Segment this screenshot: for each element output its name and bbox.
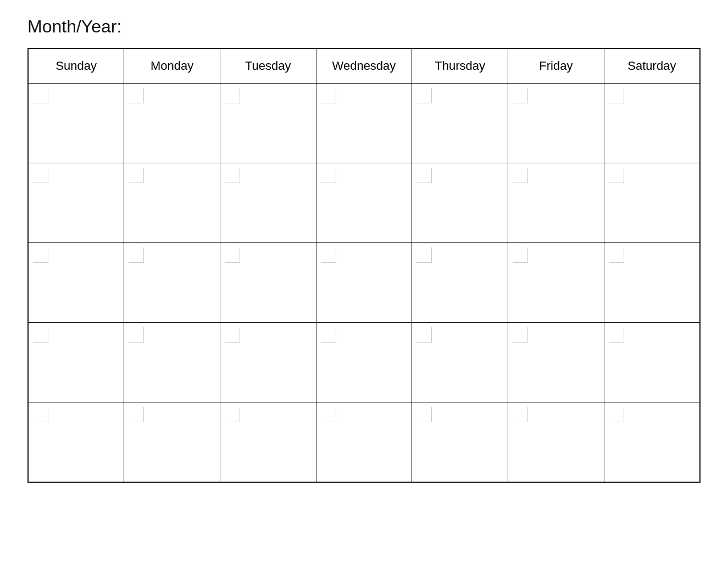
day-number-box [33, 327, 48, 343]
header-thursday: Thursday [412, 48, 508, 84]
day-number-box [609, 327, 624, 343]
calendar-cell-2-2[interactable] [220, 243, 316, 323]
day-number-box [513, 407, 528, 422]
day-number-box [513, 168, 528, 183]
calendar-cell-4-6[interactable] [604, 402, 700, 482]
day-number-box [225, 88, 240, 103]
calendar-cell-1-1[interactable] [124, 163, 220, 243]
calendar-cell-1-4[interactable] [412, 163, 508, 243]
day-number-box [609, 247, 624, 263]
calendar-cell-2-6[interactable] [604, 243, 700, 323]
header-friday: Friday [508, 48, 604, 84]
day-number-box [225, 327, 240, 343]
header-monday: Monday [124, 48, 220, 84]
calendar-row-2 [28, 243, 700, 323]
calendar-cell-2-5[interactable] [508, 243, 604, 323]
calendar-cell-3-0[interactable] [28, 323, 124, 402]
day-number-box [225, 168, 240, 183]
day-number-box [33, 168, 48, 183]
calendar-row-1 [28, 163, 700, 243]
calendar-cell-2-1[interactable] [124, 243, 220, 323]
day-number-box [416, 327, 432, 343]
calendar-cell-1-3[interactable] [316, 163, 412, 243]
day-number-box [33, 247, 48, 263]
day-number-box [321, 168, 336, 183]
day-number-box [129, 247, 144, 263]
calendar-cell-1-5[interactable] [508, 163, 604, 243]
header-wednesday: Wednesday [316, 48, 412, 84]
day-number-box [321, 327, 336, 343]
day-number-box [129, 407, 144, 422]
calendar-header-row: Sunday Monday Tuesday Wednesday Thursday… [28, 48, 700, 84]
calendar-cell-4-5[interactable] [508, 402, 604, 482]
calendar-cell-0-0[interactable] [28, 84, 124, 163]
calendar-cell-0-3[interactable] [316, 84, 412, 163]
calendar-table: Sunday Monday Tuesday Wednesday Thursday… [27, 48, 701, 483]
header-sunday: Sunday [28, 48, 124, 84]
calendar-cell-2-0[interactable] [28, 243, 124, 323]
day-number-box [513, 247, 528, 263]
calendar-cell-0-5[interactable] [508, 84, 604, 163]
calendar-row-4 [28, 402, 700, 482]
day-number-box [416, 247, 432, 263]
day-number-box [129, 88, 144, 103]
calendar-cell-0-4[interactable] [412, 84, 508, 163]
day-number-box [416, 168, 432, 183]
calendar-cell-0-6[interactable] [604, 84, 700, 163]
day-number-box [129, 327, 144, 343]
header-saturday: Saturday [604, 48, 700, 84]
day-number-box [321, 88, 336, 103]
calendar-cell-4-2[interactable] [220, 402, 316, 482]
day-number-box [33, 407, 48, 422]
day-number-box [513, 327, 528, 343]
day-number-box [416, 407, 432, 422]
day-number-box [321, 247, 336, 263]
calendar-cell-4-4[interactable] [412, 402, 508, 482]
day-number-box [416, 88, 432, 103]
calendar-cell-3-4[interactable] [412, 323, 508, 402]
calendar-cell-2-3[interactable] [316, 243, 412, 323]
day-number-box [225, 407, 240, 422]
calendar-cell-4-1[interactable] [124, 402, 220, 482]
page-title: Month/Year: [27, 16, 701, 37]
day-number-box [609, 88, 624, 103]
calendar-cell-3-5[interactable] [508, 323, 604, 402]
calendar-cell-1-2[interactable] [220, 163, 316, 243]
calendar-cell-4-3[interactable] [316, 402, 412, 482]
calendar-cell-2-4[interactable] [412, 243, 508, 323]
day-number-box [609, 407, 624, 422]
day-number-box [321, 407, 336, 422]
calendar-row-3 [28, 323, 700, 402]
calendar-cell-3-1[interactable] [124, 323, 220, 402]
day-number-box [513, 88, 528, 103]
calendar-cell-3-3[interactable] [316, 323, 412, 402]
day-number-box [225, 247, 240, 263]
calendar-cell-3-6[interactable] [604, 323, 700, 402]
day-number-box [129, 168, 144, 183]
day-number-box [33, 88, 48, 103]
calendar-cell-0-1[interactable] [124, 84, 220, 163]
calendar-row-0 [28, 84, 700, 163]
calendar-cell-4-0[interactable] [28, 402, 124, 482]
calendar-cell-1-0[interactable] [28, 163, 124, 243]
header-tuesday: Tuesday [220, 48, 316, 84]
day-number-box [609, 168, 624, 183]
calendar-cell-3-2[interactable] [220, 323, 316, 402]
calendar-cell-1-6[interactable] [604, 163, 700, 243]
calendar-cell-0-2[interactable] [220, 84, 316, 163]
